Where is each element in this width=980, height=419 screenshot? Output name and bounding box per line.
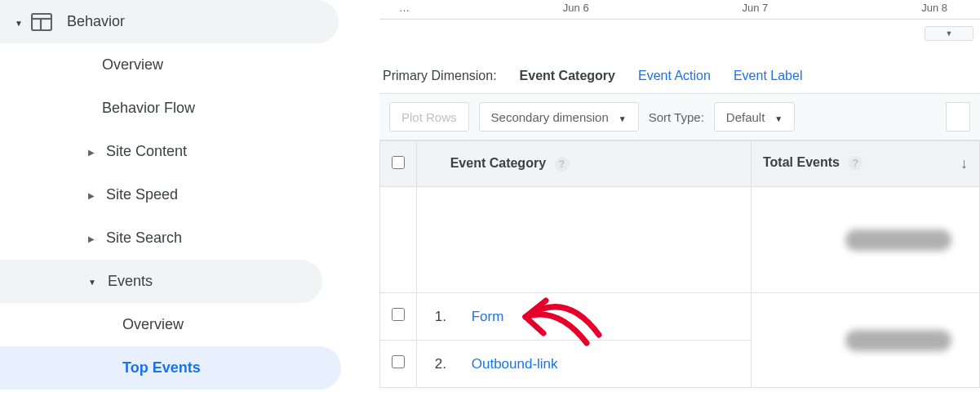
event-category-link[interactable]: Outbound-link <box>472 356 558 372</box>
col-header-total-events[interactable]: Total Events ↓ <box>752 141 980 187</box>
nav-events-overview[interactable]: Overview <box>0 303 322 346</box>
chevron-down-icon <box>15 13 23 30</box>
chevron-down-icon <box>619 110 627 124</box>
nav-site-search-label: Site Search <box>106 230 182 247</box>
row-checkbox[interactable] <box>392 308 405 321</box>
nav-site-content[interactable]: Site Content <box>0 130 322 173</box>
table-toolbar: Plot Rows Secondary dimension Sort Type:… <box>379 93 980 140</box>
row-number: 1. <box>428 309 453 325</box>
secondary-dimension-label: Secondary dimension <box>491 110 609 124</box>
sort-type-value: Default <box>726 110 765 124</box>
nav-overview[interactable]: Overview <box>0 43 322 87</box>
chevron-right-icon <box>88 190 95 200</box>
nav-site-speed[interactable]: Site Speed <box>0 173 322 216</box>
nav-site-content-label: Site Content <box>106 143 187 160</box>
dimension-event-category[interactable]: Event Category <box>520 69 615 83</box>
date-axis-tick: Jun 8 <box>921 2 947 14</box>
secondary-dimension-dropdown[interactable]: Secondary dimension <box>479 102 639 131</box>
col-header-checkbox <box>380 141 417 187</box>
col-header-event-category[interactable]: Event Category <box>417 141 752 187</box>
chevron-down-icon <box>774 110 783 124</box>
behavior-icon <box>31 13 52 31</box>
help-icon[interactable] <box>555 157 570 172</box>
nav-behavior-flow-label: Behavior Flow <box>102 100 195 117</box>
date-axis: … Jun 6 Jun 7 Jun 8 <box>379 0 980 20</box>
redacted-value <box>845 330 951 351</box>
primary-dimension-label: Primary Dimension: <box>383 69 497 83</box>
chevron-right-icon <box>88 147 95 157</box>
sort-descending-icon: ↓ <box>960 155 968 172</box>
nav-behavior-label: Behavior <box>67 13 125 30</box>
date-axis-tick: Jun 6 <box>563 2 589 14</box>
nav-behavior-flow[interactable]: Behavior Flow <box>0 87 322 130</box>
dimension-event-action[interactable]: Event Action <box>638 69 711 83</box>
nav-overview-label: Overview <box>102 56 163 74</box>
plot-rows-label: Plot Rows <box>401 110 457 124</box>
summary-row <box>380 187 980 293</box>
select-all-checkbox[interactable] <box>392 156 405 169</box>
table-search-input[interactable] <box>946 102 970 131</box>
nav-events-label: Events <box>108 273 153 290</box>
row-checkbox[interactable] <box>392 355 405 368</box>
nav-top-events[interactable]: Top Events <box>0 346 341 390</box>
chart-pager-button[interactable] <box>925 26 973 41</box>
sidebar: Behavior Overview Behavior Flow Site Con… <box>0 0 351 419</box>
nav-events-overview-label: Overview <box>122 316 184 333</box>
nav-behavior[interactable]: Behavior <box>0 0 339 43</box>
row-number: 2. <box>428 356 453 372</box>
date-axis-tick: Jun 7 <box>743 2 769 14</box>
nav-site-speed-label: Site Speed <box>106 186 178 203</box>
redacted-value <box>845 230 951 251</box>
table-row: 1. Form <box>380 293 980 341</box>
col-header-event-category-label: Event Category <box>450 156 546 170</box>
event-category-link[interactable]: Form <box>472 309 504 324</box>
nav-site-search[interactable]: Site Search <box>0 216 322 260</box>
help-icon[interactable] <box>848 156 862 171</box>
chevron-down-icon <box>88 277 96 287</box>
nav-events[interactable]: Events <box>0 260 322 303</box>
chevron-right-icon <box>88 234 95 243</box>
dimension-event-label[interactable]: Event Label <box>734 69 803 83</box>
sort-type-dropdown[interactable]: Default <box>714 102 795 131</box>
sort-type-label: Sort Type: <box>649 110 704 124</box>
nav-top-events-label: Top Events <box>122 359 201 377</box>
date-axis-start: … <box>383 2 410 14</box>
main-content: … Jun 6 Jun 7 Jun 8 Primary Dimension: E… <box>379 0 980 388</box>
col-header-total-events-label: Total Events <box>763 155 840 169</box>
events-table: Event Category Total Events ↓ 1. <box>379 140 980 388</box>
primary-dimension-row: Primary Dimension: Event Category Event … <box>379 69 980 93</box>
plot-rows-button[interactable]: Plot Rows <box>389 102 469 131</box>
